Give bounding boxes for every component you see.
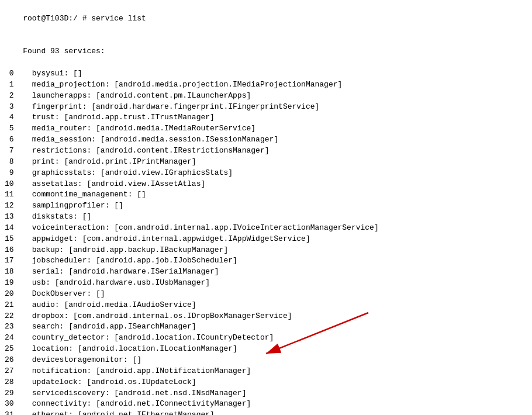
service-number: 26 bbox=[5, 355, 32, 366]
service-number: 15 bbox=[5, 234, 32, 245]
service-number: 28 bbox=[5, 377, 32, 388]
service-number: 16 bbox=[5, 245, 32, 256]
service-entry: voiceinteraction: [com.android.internal.… bbox=[32, 223, 527, 234]
service-number: 6 bbox=[5, 134, 32, 146]
service-line: 10 assetatlas: [android.view.IAssetAtlas… bbox=[5, 179, 527, 190]
service-entry: bysysui: [] bbox=[32, 68, 527, 79]
service-line: 24 country_detector: [android.location.I… bbox=[5, 333, 527, 344]
service-entry: devicestoragemonitor: [] bbox=[32, 355, 527, 366]
service-entry: updatelock: [android.os.IUpdateLock] bbox=[32, 377, 527, 388]
service-line: 2 launcherapps: [android.content.pm.ILau… bbox=[5, 91, 527, 102]
service-number: 23 bbox=[5, 321, 32, 333]
service-entry: servicediscovery: [android.net.nsd.INsdM… bbox=[32, 388, 527, 399]
service-entry: graphicsstats: [android.view.IGraphicsSt… bbox=[32, 168, 527, 179]
service-line: 14 voiceinteraction: [com.android.intern… bbox=[5, 223, 527, 234]
service-line: 30 connectivity: [android.net.IConnectiv… bbox=[5, 399, 527, 410]
terminal-window: root@T103D:/ # service list Found 93 ser… bbox=[0, 0, 532, 415]
service-line: 20 DockObserver: [] bbox=[5, 289, 527, 300]
service-entry: audio: [android.media.IAudioService] bbox=[32, 300, 527, 311]
service-number: 4 bbox=[5, 112, 32, 123]
service-line: 3 fingerprint: [android.hardware.fingerp… bbox=[5, 102, 527, 113]
service-entry: location: [android.location.ILocationMan… bbox=[32, 344, 527, 355]
service-line: 27 notification: [android.app.INotificat… bbox=[5, 366, 527, 377]
service-entry: usb: [android.hardware.usb.IUsbManager] bbox=[32, 278, 527, 289]
service-number: 5 bbox=[5, 123, 32, 134]
service-entry: dropbox: [com.android.internal.os.IDropB… bbox=[32, 311, 527, 322]
service-line: 18 serial: [android.hardware.ISerialMana… bbox=[5, 267, 527, 278]
service-entry: country_detector: [android.location.ICou… bbox=[32, 333, 527, 344]
service-entry: launcherapps: [android.content.pm.ILaunc… bbox=[32, 91, 527, 102]
service-number: 14 bbox=[5, 223, 32, 234]
service-entry: samplingprofiler: [] bbox=[32, 200, 527, 212]
service-line: 9 graphicsstats: [android.view.IGraphics… bbox=[5, 168, 527, 179]
service-number: 27 bbox=[5, 366, 32, 377]
service-entry: restrictions: [android.content.IRestrict… bbox=[32, 146, 527, 157]
service-number: 25 bbox=[5, 344, 32, 355]
service-entry: media_projection: [android.media.project… bbox=[32, 79, 527, 91]
service-line: 11 commontime_management: [] bbox=[5, 189, 527, 200]
service-line: 17 jobscheduler: [android.app.job.IJobSc… bbox=[5, 255, 527, 267]
service-line: 4 trust: [android.app.trust.ITrustManage… bbox=[5, 112, 527, 123]
service-line: 16 backup: [android.app.backup.IBackupMa… bbox=[5, 245, 527, 256]
service-list: 0 bysysui: [] 1 media_projection: [andro… bbox=[5, 68, 527, 415]
service-line: 28 updatelock: [android.os.IUpdateLock] bbox=[5, 377, 527, 388]
service-line: 31 ethernet: [android.net.IEthernetManag… bbox=[5, 410, 527, 415]
service-entry: DockObserver: [] bbox=[32, 289, 527, 300]
service-entry: backup: [android.app.backup.IBackupManag… bbox=[32, 245, 527, 256]
service-line: 6 media_session: [android.media.session.… bbox=[5, 134, 527, 146]
service-number: 3 bbox=[5, 102, 32, 113]
service-entry: media_session: [android.media.session.IS… bbox=[32, 134, 527, 146]
service-number: 8 bbox=[5, 157, 32, 168]
service-line: 12 samplingprofiler: [] bbox=[5, 200, 527, 212]
service-number: 13 bbox=[5, 212, 32, 223]
service-entry: notification: [android.app.INotification… bbox=[32, 366, 527, 377]
service-number: 18 bbox=[5, 267, 32, 278]
service-line: 19 usb: [android.hardware.usb.IUsbManage… bbox=[5, 278, 527, 289]
service-line: 23 search: [android.app.ISearchManager] bbox=[5, 321, 527, 333]
service-entry: serial: [android.hardware.ISerialManager… bbox=[32, 267, 527, 278]
service-number: 20 bbox=[5, 289, 32, 300]
service-entry: connectivity: [android.net.IConnectivity… bbox=[32, 399, 527, 410]
service-entry: print: [android.print.IPrintManager] bbox=[32, 157, 527, 168]
service-line: 5 media_router: [android.media.IMediaRou… bbox=[5, 123, 527, 134]
service-line: 26 devicestoragemonitor: [] bbox=[5, 355, 527, 366]
service-number: 9 bbox=[5, 168, 32, 179]
service-entry: commontime_management: [] bbox=[32, 189, 527, 200]
service-number: 2 bbox=[5, 91, 32, 102]
command-prompt: root@T103D:/ # service list bbox=[5, 2, 527, 36]
service-number: 31 bbox=[5, 410, 32, 415]
service-number: 21 bbox=[5, 300, 32, 311]
service-entry: appwidget: [com.android.internal.appwidg… bbox=[32, 234, 527, 245]
service-line: 21 audio: [android.media.IAudioService] bbox=[5, 300, 527, 311]
service-entry: ethernet: [android.net.IEthernetManager] bbox=[32, 410, 527, 415]
service-line: 1 media_projection: [android.media.proje… bbox=[5, 79, 527, 91]
service-entry: diskstats: [] bbox=[32, 212, 527, 223]
service-entry: trust: [android.app.trust.ITrustManager] bbox=[32, 112, 527, 123]
service-number: 30 bbox=[5, 399, 32, 410]
service-entry: jobscheduler: [android.app.job.IJobSched… bbox=[32, 255, 527, 267]
service-number: 10 bbox=[5, 179, 32, 190]
service-number: 17 bbox=[5, 255, 32, 267]
service-number: 11 bbox=[5, 189, 32, 200]
service-line: 29 servicediscovery: [android.net.nsd.IN… bbox=[5, 388, 527, 399]
service-number: 29 bbox=[5, 388, 32, 399]
service-line: 8 print: [android.print.IPrintManager] bbox=[5, 157, 527, 168]
service-number: 1 bbox=[5, 79, 32, 91]
service-line: 7 restrictions: [android.content.IRestri… bbox=[5, 146, 527, 157]
service-number: 19 bbox=[5, 278, 32, 289]
service-entry: assetatlas: [android.view.IAssetAtlas] bbox=[32, 179, 527, 190]
service-line: 15 appwidget: [com.android.internal.appw… bbox=[5, 234, 527, 245]
service-line: 0 bysysui: [] bbox=[5, 68, 527, 79]
service-number: 7 bbox=[5, 146, 32, 157]
service-number: 0 bbox=[5, 68, 32, 79]
service-line: 13 diskstats: [] bbox=[5, 212, 527, 223]
service-entry: search: [android.app.ISearchManager] bbox=[32, 321, 527, 333]
service-entry: fingerprint: [android.hardware.fingerpri… bbox=[32, 102, 527, 113]
service-line: 22 dropbox: [com.android.internal.os.IDr… bbox=[5, 311, 527, 322]
service-entry: media_router: [android.media.IMediaRoute… bbox=[32, 123, 527, 134]
service-number: 22 bbox=[5, 311, 32, 322]
service-line: 25 location: [android.location.ILocation… bbox=[5, 344, 527, 355]
service-number: 12 bbox=[5, 200, 32, 212]
found-services-line: Found 93 services: bbox=[5, 36, 527, 69]
service-number: 24 bbox=[5, 333, 32, 344]
